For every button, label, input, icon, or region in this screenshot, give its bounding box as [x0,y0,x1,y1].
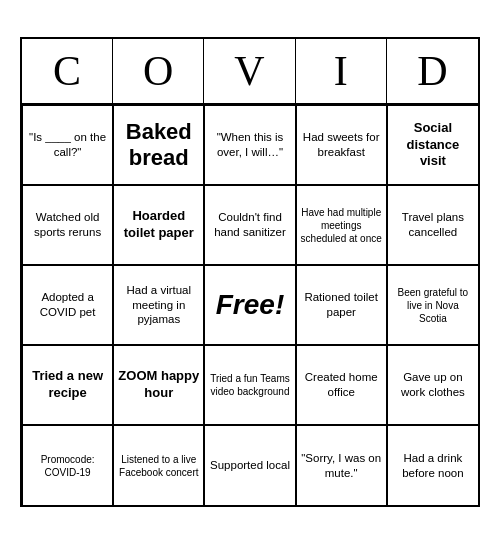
cell-24: Had a drink before noon [387,425,478,505]
cell-19: Gave up on work clothes [387,345,478,425]
cell-21: Listened to a live Facebook concert [113,425,204,505]
cell-7: Couldn't find hand sanitizer [204,185,295,265]
cell-17: Tried a fun Teams video background [204,345,295,425]
cell-5: Watched old sports reruns [22,185,113,265]
cell-11: Had a virtual meeting in pyjamas [113,265,204,345]
cell-10: Adopted a COVID pet [22,265,113,345]
cell-9: Travel plans cancelled [387,185,478,265]
cell-6: Hoarded toilet paper [113,185,204,265]
header-letter-C: C [22,39,113,103]
header-letter-V: V [204,39,295,103]
cell-12: Free! [204,265,295,345]
cell-23: "Sorry, I was on mute." [296,425,387,505]
cell-13: Rationed toilet paper [296,265,387,345]
bingo-grid: "Is ____ on the call?"Baked bread"When t… [22,105,478,505]
cell-20: Promocode: COVID-19 [22,425,113,505]
cell-15: Tried a new recipe [22,345,113,425]
cell-16: ZOOM happy hour [113,345,204,425]
bingo-card: COVID "Is ____ on the call?"Baked bread"… [20,37,480,507]
header-letter-D: D [387,39,478,103]
cell-2: "When this is over, I will…" [204,105,295,185]
cell-8: Have had multiple meetings scheduled at … [296,185,387,265]
cell-3: Had sweets for breakfast [296,105,387,185]
cell-1: Baked bread [113,105,204,185]
cell-22: Supported local [204,425,295,505]
cell-4: Social distance visit [387,105,478,185]
cell-0: "Is ____ on the call?" [22,105,113,185]
header-letter-I: I [296,39,387,103]
cell-14: Been grateful to live in Nova Scotia [387,265,478,345]
header-letter-O: O [113,39,204,103]
cell-18: Created home office [296,345,387,425]
bingo-header: COVID [22,39,478,105]
